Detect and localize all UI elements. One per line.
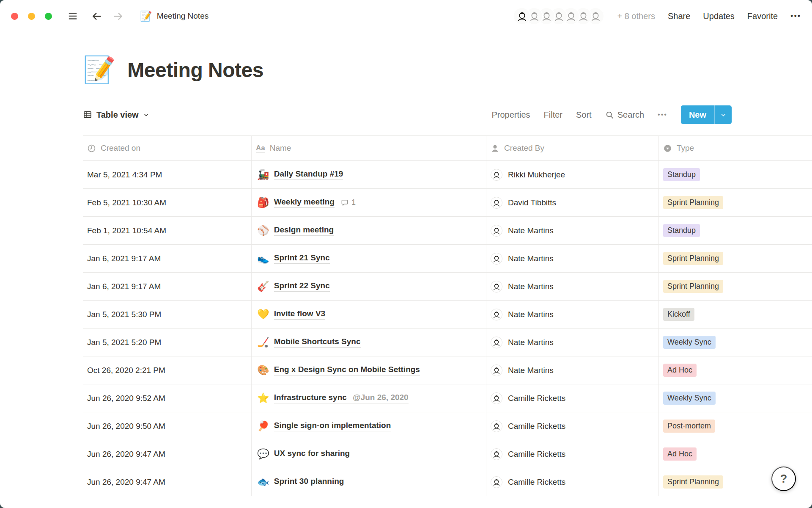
created-on-value: Jun 26, 2020 9:50 AM <box>87 422 165 431</box>
back-arrow-icon[interactable] <box>91 11 102 22</box>
new-button-label[interactable]: New <box>681 105 714 124</box>
cell-type: Sprint Planning <box>659 245 812 272</box>
page-link-title: Single sign-on implementation <box>274 421 391 430</box>
page-link[interactable]: Sprint 21 Sync <box>274 253 330 264</box>
properties-button[interactable]: Properties <box>491 110 530 120</box>
comment-icon <box>340 199 349 207</box>
comment-indicator[interactable]: 1 <box>340 198 356 207</box>
window-topbar: 📝 Meeting Notes + 8 others Share Updates… <box>0 0 812 32</box>
search-icon <box>605 110 614 119</box>
date-mention: @Jun 26, 2020 <box>351 393 409 402</box>
created-by-value: Camille Ricketts <box>508 450 565 459</box>
page-emoji-icon: 🏒 <box>257 337 269 348</box>
page-link[interactable]: Invite flow V3 <box>274 309 325 320</box>
avatar <box>491 169 502 181</box>
cell-name: 🏒 Mobile Shortcuts Sync <box>252 329 486 356</box>
type-badge: Kickoff <box>663 308 694 321</box>
column-header-name[interactable]: Aa Name <box>252 136 486 160</box>
minimize-window-button[interactable] <box>28 13 35 20</box>
page-link[interactable]: Sprint 30 planning <box>274 477 344 487</box>
page-link[interactable]: Weekly meeting <box>274 197 335 208</box>
close-window-button[interactable] <box>11 13 18 20</box>
face-icon <box>492 199 501 207</box>
page-link[interactable]: Sprint 22 Sync <box>274 281 330 292</box>
updates-button[interactable]: Updates <box>703 11 735 21</box>
person-icon <box>491 144 499 153</box>
face-icon <box>492 450 501 458</box>
page-emoji-icon: ⭐ <box>257 392 269 404</box>
created-by-value: Nate Martins <box>508 338 554 347</box>
face-icon <box>492 171 501 179</box>
topbar-right: + 8 others Share Updates Favorite ••• <box>513 7 801 25</box>
page-link[interactable]: Single sign-on implementation <box>274 421 391 431</box>
page-title[interactable]: Meeting Notes <box>127 58 263 82</box>
page-link[interactable]: Daily Standup #19 <box>274 169 343 180</box>
table-view-switcher[interactable]: Table view <box>83 110 149 120</box>
filter-button[interactable]: Filter <box>544 110 562 120</box>
created-by-value: Nate Martins <box>508 254 554 263</box>
cell-type: Weekly Sync <box>659 329 812 356</box>
search-button[interactable]: Search <box>605 110 644 120</box>
column-header-created-on[interactable]: Created on <box>83 136 252 160</box>
app-window: 📝 Meeting Notes + 8 others Share Updates… <box>0 0 812 508</box>
column-header-created-by[interactable]: Created By <box>486 136 659 160</box>
face-icon <box>492 310 501 319</box>
page-link-title: Invite flow V3 <box>274 309 325 318</box>
collaborator-avatars[interactable] <box>513 7 604 25</box>
page-link[interactable]: Infrastructure sync @Jun 26, 2020 <box>274 393 409 403</box>
help-button[interactable]: ? <box>771 467 796 491</box>
cell-created-by: Camille Ricketts <box>486 440 659 468</box>
cell-created-on: Jan 5, 2021 5:30 PM <box>83 301 252 328</box>
others-count: + 8 others <box>617 11 655 21</box>
avatar <box>491 337 502 348</box>
share-button[interactable]: Share <box>668 11 690 21</box>
cell-name: ⭐ Infrastructure sync @Jun 26, 2020 <box>252 384 486 412</box>
page-link[interactable]: UX sync for sharing <box>274 449 350 459</box>
page-link[interactable]: Design meeting <box>274 225 334 236</box>
face-icon <box>492 394 501 403</box>
more-options-icon[interactable]: ••• <box>790 12 801 21</box>
created-by-value: David Tibbitts <box>508 198 556 207</box>
created-on-value: Jun 26, 2020 9:47 AM <box>87 478 165 487</box>
created-on-value: Feb 5, 2021 10:30 AM <box>87 198 166 207</box>
page-link[interactable]: Mobile Shortcuts Sync <box>274 337 361 348</box>
page-link[interactable]: Eng x Design Sync on Mobile Settings <box>274 365 420 375</box>
cell-created-on: Mar 5, 2021 4:34 PM <box>83 161 252 188</box>
cell-created-on: Feb 1, 2021 10:54 AM <box>83 217 252 244</box>
page-emoji-icon: 🎒 <box>257 197 269 208</box>
chevron-down-icon <box>720 111 727 119</box>
avatar <box>491 448 502 460</box>
new-button[interactable]: New <box>681 105 732 124</box>
page-link-title: Mobile Shortcuts Sync <box>274 337 361 346</box>
traffic-lights <box>11 13 52 20</box>
page-title-row: 📝 Meeting Notes <box>83 57 812 83</box>
new-dropdown-button[interactable] <box>715 105 732 124</box>
page-link-title: Daily Standup #19 <box>274 169 343 178</box>
comment-count: 1 <box>351 198 356 207</box>
column-header-type[interactable]: Type <box>659 136 812 160</box>
page-link-title: Eng x Design Sync on Mobile Settings <box>274 365 420 374</box>
type-badge: Sprint Planning <box>663 475 723 489</box>
created-on-value: Oct 26, 2020 2:21 PM <box>87 366 165 375</box>
avatar <box>491 225 502 237</box>
toolbar-more-icon[interactable]: ••• <box>658 111 667 119</box>
sidebar-menu-icon[interactable] <box>67 11 78 22</box>
table-row: Jun 26, 2020 9:50 AM 🏓 Single sign-on im… <box>83 412 812 440</box>
memo-page-icon: 📝 <box>140 11 152 22</box>
forward-arrow-icon[interactable] <box>112 11 124 22</box>
cell-name: 🎸 Sprint 22 Sync <box>252 273 486 300</box>
cell-created-on: Jun 26, 2020 9:52 AM <box>83 384 252 412</box>
page-link-title: Design meeting <box>274 225 334 234</box>
face-icon <box>492 254 501 263</box>
chevron-down-icon <box>143 112 149 118</box>
page-link-title: Weekly meeting <box>274 197 335 206</box>
sort-button[interactable]: Sort <box>576 110 592 120</box>
breadcrumb[interactable]: 📝 Meeting Notes <box>140 11 208 22</box>
cell-type: Weekly Sync <box>659 384 812 412</box>
cell-name: 💛 Invite flow V3 <box>252 301 486 328</box>
table-row: Jan 5, 2021 5:30 PM 💛 Invite flow V3 Nat… <box>83 301 812 329</box>
zoom-window-button[interactable] <box>45 13 52 20</box>
page-emoji-icon: 💛 <box>257 309 269 320</box>
favorite-button[interactable]: Favorite <box>747 11 778 21</box>
table-row: Jun 26, 2020 9:47 AM 🐟 Sprint 30 plannin… <box>83 468 812 496</box>
